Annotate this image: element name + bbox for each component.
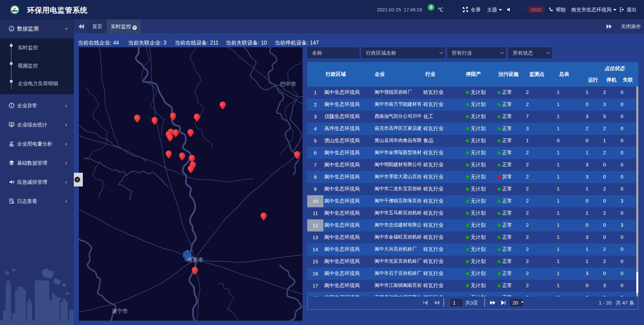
svg-text:南充市: 南充市 <box>187 257 203 263</box>
svg-text:Q: Q <box>11 123 13 126</box>
svg-text:南充环保: 南充环保 <box>13 12 17 14</box>
svg-text:巴中市: 巴中市 <box>280 81 296 87</box>
svg-text:遂宁市: 遂宁市 <box>112 308 128 314</box>
